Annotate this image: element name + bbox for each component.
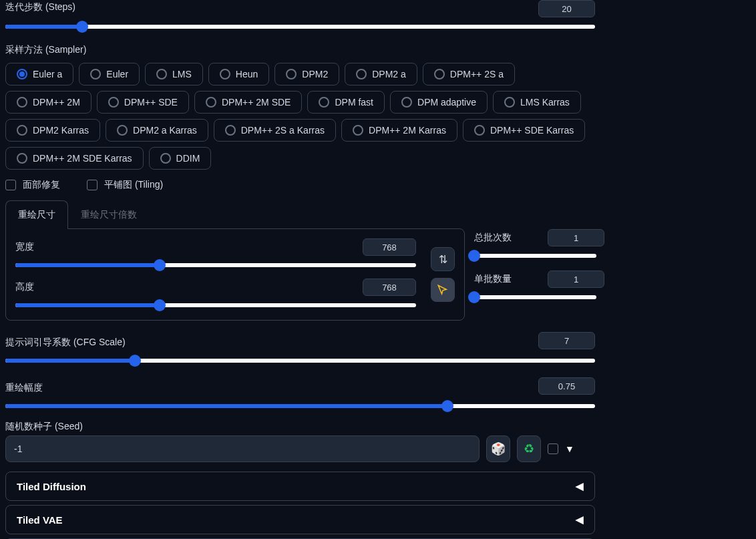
cfg-value[interactable]: 7 xyxy=(538,332,595,349)
batch-count-slider[interactable] xyxy=(474,250,596,261)
sampler-option-label: DPM++ SDE xyxy=(124,97,178,108)
sampler-option-dpm2[interactable]: DPM2 xyxy=(274,63,339,85)
width-value[interactable]: 768 xyxy=(363,238,416,256)
sampler-option-euler[interactable]: Euler xyxy=(79,63,140,85)
sampler-group: Euler aEulerLMSHeunDPM2DPM2 aDPM++ 2S aD… xyxy=(5,63,600,170)
sampler-option-euler-a[interactable]: Euler a xyxy=(5,63,73,85)
seed-input[interactable] xyxy=(5,435,480,462)
radio-icon xyxy=(206,97,216,108)
face-restore-label: 面部修复 xyxy=(23,179,60,191)
radio-icon xyxy=(220,69,230,79)
sampler-option-label: DPM++ SDE Karras xyxy=(490,125,574,136)
steps-value[interactable]: 20 xyxy=(538,0,595,17)
seed-caret[interactable]: ▼ xyxy=(565,443,574,454)
accordion-title: Tiled Diffusion xyxy=(17,481,86,492)
sampler-option-heun[interactable]: Heun xyxy=(208,63,269,85)
sampler-option-dpm2-a-karras[interactable]: DPM2 a Karras xyxy=(106,119,208,142)
chevron-left-icon: ◀ xyxy=(576,514,584,526)
tab-resize-to[interactable]: 重绘尺寸 xyxy=(5,200,68,229)
sampler-option-label: DPM2 Karras xyxy=(33,125,89,136)
sampler-option-dpm2-karras[interactable]: DPM2 Karras xyxy=(5,119,100,142)
radio-icon xyxy=(504,97,515,108)
radio-icon xyxy=(117,125,128,136)
seed-reuse-button[interactable]: ♻ xyxy=(517,435,541,462)
swap-icon: ⇅ xyxy=(439,253,447,266)
radio-icon xyxy=(319,97,329,108)
cfg-label: 提示词引导系数 (CFG Scale) xyxy=(5,337,126,349)
radio-icon xyxy=(17,125,27,136)
face-restore-checkbox[interactable]: 面部修复 xyxy=(5,179,60,191)
batch-count-label: 总批次数 xyxy=(474,232,512,244)
denoise-slider[interactable] xyxy=(5,401,595,411)
radio-icon xyxy=(434,69,445,79)
seed-label: 随机数种子 (Seed) xyxy=(5,421,751,433)
sampler-option-ddim[interactable]: DDIM xyxy=(149,147,212,170)
radio-icon xyxy=(156,69,167,79)
denoise-label: 重绘幅度 xyxy=(5,382,43,394)
accordion-tiled-vae[interactable]: Tiled VAE◀ xyxy=(5,505,595,534)
radio-icon xyxy=(401,97,412,108)
chevron-left-icon: ◀ xyxy=(576,480,584,492)
denoise-value[interactable]: 0.75 xyxy=(538,377,595,395)
sampler-option-label: LMS Karras xyxy=(520,97,570,108)
sampler-option-label: Heun xyxy=(236,69,258,79)
crop-button[interactable] xyxy=(431,278,455,302)
sampler-option-dpm-sde[interactable]: DPM++ SDE xyxy=(97,91,189,114)
swap-dimensions-button[interactable]: ⇅ xyxy=(431,247,455,271)
radio-icon xyxy=(17,97,27,108)
recycle-icon: ♻ xyxy=(524,441,534,456)
sampler-option-dpm-fast[interactable]: DPM fast xyxy=(307,91,385,114)
sampler-option-label: DPM2 a xyxy=(372,69,406,79)
sampler-option-label: DPM adaptive xyxy=(417,97,476,108)
sampler-option-label: Euler xyxy=(106,69,128,79)
height-slider[interactable] xyxy=(15,300,416,311)
batch-size-label: 单批数量 xyxy=(474,273,512,285)
radio-icon xyxy=(17,153,27,164)
radio-icon xyxy=(286,69,297,79)
seed-extra-checkbox[interactable] xyxy=(548,443,558,454)
sampler-option-label: DPM++ 2M Karras xyxy=(369,125,446,136)
tiling-checkbox[interactable]: 平铺图 (Tiling) xyxy=(87,179,163,191)
radio-icon xyxy=(17,69,27,79)
sampler-label: 采样方法 (Sampler) xyxy=(5,44,751,56)
radio-icon xyxy=(353,125,363,136)
sampler-option-dpm-2m-sde-karras[interactable]: DPM++ 2M SDE Karras xyxy=(5,147,144,170)
sampler-option-lms-karras[interactable]: LMS Karras xyxy=(493,91,581,114)
sampler-option-dpm-sde-karras[interactable]: DPM++ SDE Karras xyxy=(463,119,585,142)
resize-panel: 宽度 768 高度 768 ⇅ xyxy=(5,228,465,321)
sampler-option-dpm-2s-a[interactable]: DPM++ 2S a xyxy=(423,63,515,85)
radio-icon xyxy=(356,69,367,79)
steps-slider[interactable] xyxy=(5,21,595,32)
batch-size-value[interactable]: 1 xyxy=(548,271,604,288)
radio-icon xyxy=(108,97,119,108)
sampler-option-lms[interactable]: LMS xyxy=(145,63,203,85)
radio-icon xyxy=(160,153,171,164)
width-label: 宽度 xyxy=(15,241,34,253)
sampler-option-label: DPM++ 2M xyxy=(33,97,80,108)
radio-icon xyxy=(90,69,101,79)
height-value[interactable]: 768 xyxy=(363,279,416,296)
tab-resize-by[interactable]: 重绘尺寸倍数 xyxy=(68,200,150,229)
seed-random-button[interactable]: 🎲 xyxy=(486,435,510,462)
accordion-tiled-diffusion[interactable]: Tiled Diffusion◀ xyxy=(5,472,595,501)
sampler-option-dpm2-a[interactable]: DPM2 a xyxy=(345,63,417,85)
sampler-option-label: DPM2 a Karras xyxy=(133,125,197,136)
height-label: 高度 xyxy=(15,281,34,293)
tiling-label: 平铺图 (Tiling) xyxy=(104,179,163,191)
width-slider[interactable] xyxy=(15,260,416,271)
sampler-option-dpm-2m-sde[interactable]: DPM++ 2M SDE xyxy=(194,91,302,114)
batch-count-value[interactable]: 1 xyxy=(548,229,604,246)
cfg-slider[interactable] xyxy=(5,355,595,366)
sampler-option-dpm-2m-karras[interactable]: DPM++ 2M Karras xyxy=(341,119,457,142)
sampler-option-dpm-2s-a-karras[interactable]: DPM++ 2S a Karras xyxy=(214,119,336,142)
sampler-option-dpm-adaptive[interactable]: DPM adaptive xyxy=(390,91,488,114)
sampler-option-label: DPM2 xyxy=(302,69,328,79)
sampler-option-label: DPM++ 2M SDE xyxy=(222,97,291,108)
sampler-option-dpm-2m[interactable]: DPM++ 2M xyxy=(5,91,91,114)
sampler-option-label: LMS xyxy=(172,69,192,79)
accordion-title: Tiled VAE xyxy=(17,514,63,526)
sampler-option-label: DPM++ 2S a xyxy=(450,69,504,79)
cursor-icon xyxy=(437,284,449,296)
batch-size-slider[interactable] xyxy=(474,292,596,303)
sampler-option-label: Euler a xyxy=(33,69,62,79)
